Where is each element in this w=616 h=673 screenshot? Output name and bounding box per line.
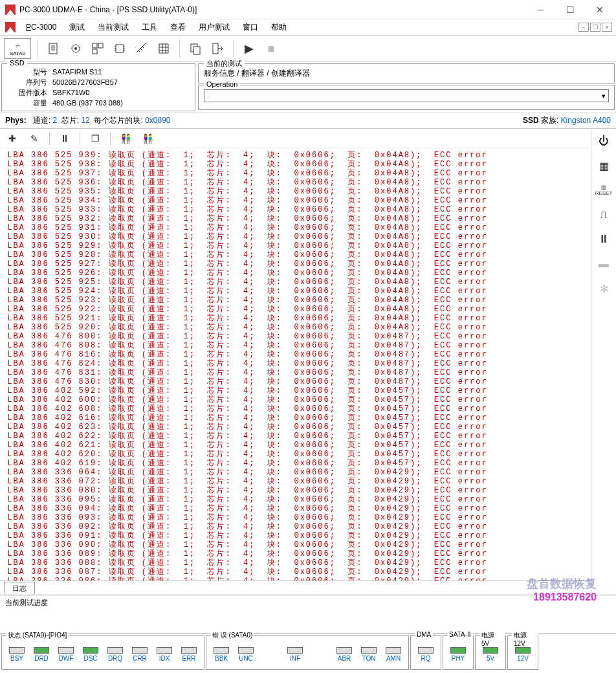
- menu-2[interactable]: 当前测试: [91, 20, 135, 35]
- stop-button[interactable]: ■: [262, 39, 280, 58]
- operation-panel: Operation .▾: [198, 85, 615, 110]
- side-connector-icon[interactable]: ⎍: [595, 206, 612, 223]
- led-blank: [259, 651, 281, 659]
- window-title: PC-3000 UDMA-E - China - [PS SSD Utility…: [19, 5, 525, 14]
- mdi-restore[interactable]: ❐: [590, 23, 600, 32]
- led-5V: 5V: [479, 647, 501, 662]
- log-body[interactable]: LBA 386 525 939: 读取页 (通道: 1; 芯片: 4; 块: 0…: [0, 148, 591, 580]
- led-DRQ: DRQ: [104, 647, 126, 662]
- led-TON: TON: [358, 647, 380, 662]
- mdi-minimize[interactable]: -: [578, 23, 589, 32]
- tool-chip-icon[interactable]: [111, 39, 129, 58]
- tool-grid-icon[interactable]: [155, 39, 173, 58]
- log-find-next-icon[interactable]: 👫: [140, 131, 155, 146]
- side-chip-icon[interactable]: ▦: [595, 157, 612, 174]
- svg-rect-0: [49, 43, 57, 54]
- led-ERR: ERR: [178, 647, 200, 662]
- tool-gear-icon[interactable]: [67, 39, 85, 58]
- status-group-g3: DMARQ: [410, 635, 441, 670]
- svg-rect-9: [213, 43, 218, 54]
- log-area: ✚ ✎ II ❐ 👫 👫 LBA 386 525 939: 读取页 (通道: 1…: [0, 129, 591, 595]
- play-button[interactable]: ▶: [240, 39, 258, 58]
- log-find-icon[interactable]: 👫: [118, 131, 133, 146]
- mdi-close[interactable]: ×: [602, 23, 612, 32]
- side-reset-icon[interactable]: ▥RESET: [595, 182, 612, 199]
- status-group-g1: 状态 (SATA0)-[PIO4]BSYDRDDWFDSCDRQCRRIDXER…: [1, 635, 204, 670]
- status-group-g5: 电源 5V5V: [475, 635, 506, 670]
- log-save-icon[interactable]: ✎: [27, 131, 41, 146]
- led-blank: [309, 651, 331, 659]
- led-BBK: BBK: [210, 647, 232, 662]
- tool-copy-icon[interactable]: [186, 39, 204, 58]
- close-button[interactable]: ✕: [585, 0, 615, 19]
- led-UNC: UNC: [235, 647, 257, 662]
- ssd-legend: SSD: [7, 59, 27, 67]
- side-settings-icon[interactable]: ✻: [595, 280, 612, 297]
- led-INF: INF: [284, 647, 306, 662]
- led-DSC: DSC: [80, 647, 102, 662]
- led-DRD: DRD: [30, 647, 52, 662]
- watermark: 盘首数据恢复 18913587620: [527, 576, 597, 603]
- led-12V: 12V: [512, 647, 534, 662]
- svg-rect-5: [93, 49, 97, 54]
- ssd-capacity: 480 GB (937 703 088): [52, 98, 191, 108]
- current-test-panel: 当前的测试 服务信息 / 翻译器 / 创建翻译器: [198, 63, 615, 83]
- menubar: PC-3000测试当前测试工具查看用户测试窗口帮助 - ❐ ×: [0, 19, 616, 35]
- menu-6[interactable]: 窗口: [236, 20, 265, 35]
- ssd-serial: 50026B727603FB57: [52, 77, 191, 87]
- log-toolbar: ✚ ✎ II ❐ 👫 👫: [0, 129, 591, 148]
- tool-exit-icon[interactable]: [208, 39, 226, 58]
- svg-rect-4: [98, 43, 103, 48]
- menu-7[interactable]: 帮助: [265, 20, 293, 35]
- phys-bar: Phys: 通道: 2 芯片: 12 每个芯片的块: 0x0890 SSD 家族…: [0, 113, 616, 129]
- led-CRR: CRR: [129, 647, 151, 662]
- progress-label: 当前测试进度: [5, 599, 48, 606]
- maximize-button[interactable]: ☐: [555, 0, 585, 19]
- menu-1[interactable]: 测试: [63, 20, 91, 35]
- menu-3[interactable]: 工具: [135, 20, 164, 35]
- svg-rect-8: [193, 47, 200, 54]
- ssd-firmware: SBFK71W0: [52, 87, 191, 98]
- tool-modules-icon[interactable]: [89, 39, 107, 58]
- log-copy-icon[interactable]: ❐: [88, 131, 102, 146]
- led-DWF: DWF: [55, 647, 77, 662]
- tool-ruler-icon[interactable]: [133, 39, 151, 58]
- menu-4[interactable]: 查看: [164, 20, 192, 35]
- tool-page-icon[interactable]: [45, 39, 63, 58]
- sata-port-button[interactable]: ⎓SATA0: [4, 38, 31, 59]
- svg-rect-6: [116, 45, 124, 52]
- ssd-model: SATAFIRM S11: [52, 67, 191, 77]
- led-RQ: RQ: [415, 647, 437, 662]
- log-pause-icon[interactable]: II: [58, 131, 72, 146]
- status-bar: 状态 (SATA0)-[PIO4]BSYDRDDWFDSCDRQCRRIDXER…: [0, 634, 616, 671]
- menu-5[interactable]: 用户测试: [192, 20, 236, 35]
- led-AMN: AMN: [382, 647, 404, 662]
- svg-point-2: [74, 47, 77, 50]
- app-icon: [5, 5, 16, 15]
- ssd-info-panel: SSD 型号SATAFIRM S11 序列号50026B727603FB57 固…: [1, 63, 195, 111]
- operation-select[interactable]: .▾: [204, 89, 609, 102]
- titlebar: PC-3000 UDMA-E - China - [PS SSD Utility…: [0, 0, 616, 19]
- status-group-g4: SATA-IIPHY: [443, 635, 474, 670]
- side-toolbar: ⏻ ▦ ▥RESET ⎍ II ▬ ✻: [591, 129, 616, 595]
- main-toolbar: ⎓SATA0 ▶ ■: [0, 35, 616, 62]
- side-pause-icon[interactable]: II: [595, 231, 612, 248]
- menu-0[interactable]: PC-3000: [19, 21, 63, 34]
- led-PHY: PHY: [447, 647, 469, 662]
- status-group-g2: 错 误 (SATA0)BBKUNCINFABRTONAMN: [206, 635, 409, 670]
- chevron-down-icon: ▾: [602, 92, 606, 100]
- ssd-family: Kingston A400: [561, 116, 611, 125]
- current-test-text: 服务信息 / 翻译器 / 创建翻译器: [204, 69, 310, 78]
- tab-log[interactable]: 日志: [4, 582, 35, 595]
- progress-panel: 当前测试进度: [0, 595, 616, 634]
- svg-rect-3: [93, 43, 97, 48]
- mdi-icon: [5, 22, 16, 32]
- minimize-button[interactable]: ─: [525, 0, 555, 19]
- side-chip2-icon[interactable]: ▬: [595, 256, 612, 272]
- side-power-icon[interactable]: ⏻: [595, 133, 612, 149]
- led-BSY: BSY: [6, 647, 28, 662]
- led-IDX: IDX: [153, 647, 175, 662]
- log-add-icon[interactable]: ✚: [5, 131, 19, 146]
- led-ABR: ABR: [333, 647, 355, 662]
- status-group-g6: 电源 12V12V: [507, 635, 538, 670]
